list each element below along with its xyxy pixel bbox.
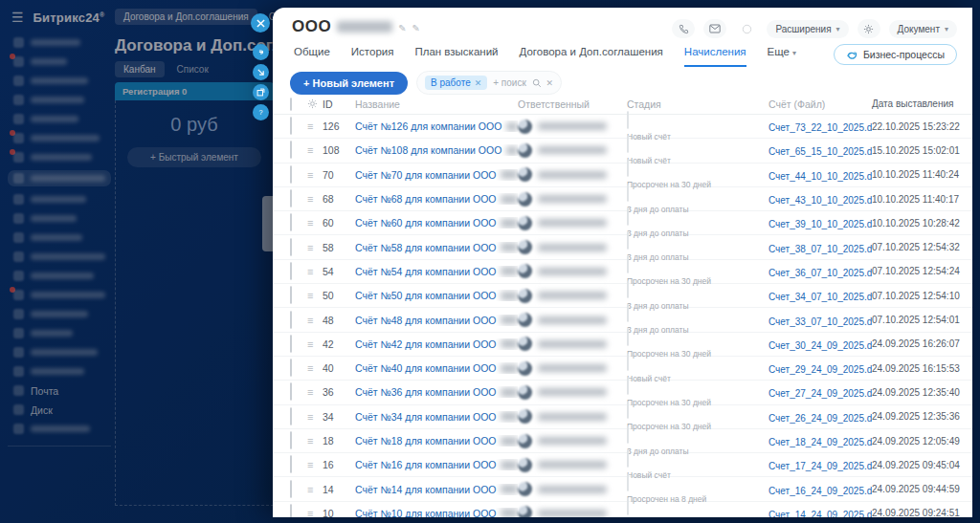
- file-link[interactable]: Счет_33_07_10_2025.docx: [768, 316, 872, 327]
- row-actions-icon[interactable]: ≡: [307, 411, 313, 423]
- row-actions-icon[interactable]: ≡: [307, 338, 313, 350]
- row-actions-icon[interactable]: ≡: [307, 484, 313, 495]
- row-actions-icon[interactable]: ≡: [307, 193, 313, 205]
- phone-icon[interactable]: [672, 19, 695, 38]
- row-actions-icon[interactable]: ≡: [307, 120, 313, 132]
- row-actions-icon[interactable]: ≡: [307, 169, 313, 181]
- row-checkbox[interactable]: [290, 238, 292, 256]
- invoice-link[interactable]: Счёт №58 для компании ООО: [355, 242, 496, 253]
- document-dropdown[interactable]: Документ▾: [889, 20, 957, 38]
- file-link[interactable]: Счет_18_24_09_2025.docx: [768, 437, 872, 447]
- help-icon[interactable]: ?: [253, 104, 269, 120]
- filter-chip-in-progress[interactable]: В работе✕: [425, 76, 487, 90]
- invoice-link[interactable]: Счёт №42 для компании ООО: [355, 338, 496, 350]
- business-processes-button[interactable]: Бизнес-процессы: [834, 44, 957, 65]
- row-checkbox[interactable]: [290, 382, 292, 401]
- invoice-link[interactable]: Счёт №40 для компании ООО: [355, 362, 496, 374]
- invoice-link[interactable]: Счёт №50 для компании ООО: [355, 290, 496, 301]
- chip-remove-icon[interactable]: ✕: [475, 78, 482, 88]
- stage-progress-bar[interactable]: [627, 184, 629, 202]
- stage-progress-bar[interactable]: [627, 280, 629, 298]
- col-header-name[interactable]: Название: [355, 98, 518, 110]
- row-checkbox[interactable]: [290, 407, 292, 425]
- row-checkbox[interactable]: [290, 141, 292, 159]
- file-link[interactable]: Счет_38_07_10_2025.docx: [768, 244, 872, 254]
- open-new-window-icon[interactable]: [253, 84, 269, 100]
- row-checkbox[interactable]: [290, 480, 292, 498]
- minimize-arrow-icon[interactable]: [253, 64, 269, 80]
- stage-progress-bar[interactable]: [627, 231, 629, 250]
- tab-general[interactable]: Общие: [294, 46, 330, 67]
- file-link[interactable]: Счет_39_10_10_2025.docx: [768, 219, 872, 229]
- invoice-link[interactable]: Счёт №68 для компании ООО: [355, 193, 496, 205]
- row-actions-icon[interactable]: ≡: [307, 217, 313, 229]
- tab-contracts[interactable]: Договора и Доп.соглашения: [520, 46, 663, 67]
- stage-progress-bar[interactable]: [627, 135, 629, 153]
- row-checkbox[interactable]: [290, 262, 292, 280]
- close-icon[interactable]: [251, 13, 270, 33]
- mail-icon[interactable]: [703, 19, 726, 38]
- edit-pencil-icon-2[interactable]: ✎: [412, 23, 420, 33]
- invoice-link[interactable]: Счёт №54 для компании ООО: [355, 266, 496, 277]
- row-actions-icon[interactable]: ≡: [307, 435, 313, 447]
- row-checkbox[interactable]: [290, 504, 292, 517]
- invoice-link[interactable]: Счёт №10 для компании ООО: [355, 508, 496, 517]
- stage-progress-bar[interactable]: [627, 328, 629, 346]
- col-header-file[interactable]: Счёт (Файл): [768, 98, 872, 110]
- col-header-stage[interactable]: Стадия: [627, 98, 768, 110]
- col-header-responsible[interactable]: Ответственный: [518, 98, 627, 110]
- row-checkbox[interactable]: [290, 165, 292, 184]
- invoice-link[interactable]: Счёт №60 для компании ООО: [355, 217, 496, 229]
- stage-progress-bar[interactable]: [627, 353, 629, 371]
- row-actions-icon[interactable]: ≡: [307, 242, 313, 253]
- stage-progress-bar[interactable]: [627, 377, 629, 395]
- row-actions-icon[interactable]: ≡: [307, 315, 313, 326]
- new-item-button[interactable]: + Новый элемент: [290, 72, 408, 95]
- tab-recovery-plan[interactable]: План взысканий: [414, 46, 498, 67]
- row-actions-icon[interactable]: ≡: [307, 144, 313, 156]
- file-link[interactable]: Счет_44_10_10_2025.docx: [768, 171, 872, 182]
- row-checkbox[interactable]: [290, 311, 292, 329]
- row-actions-icon[interactable]: ≡: [307, 266, 313, 277]
- filter-search-input[interactable]: В работе✕ + поиск ✕: [416, 71, 562, 95]
- tab-history[interactable]: История: [351, 46, 394, 67]
- row-actions-icon[interactable]: ≡: [307, 362, 313, 374]
- file-link[interactable]: Счет_27_24_09_2025.docx: [768, 388, 872, 399]
- row-actions-icon[interactable]: ≡: [307, 459, 313, 470]
- stage-progress-bar[interactable]: [627, 159, 629, 177]
- file-link[interactable]: Счет_26_24_09_2025.docx: [768, 413, 872, 424]
- invoice-link[interactable]: Счёт №34 для компании ООО: [355, 411, 496, 423]
- tab-more[interactable]: Еще▾: [768, 46, 796, 67]
- row-checkbox[interactable]: [290, 189, 292, 207]
- stage-progress-bar[interactable]: [627, 111, 629, 129]
- search-icon[interactable]: [532, 78, 542, 88]
- file-link[interactable]: Счет_14_24_09_2025.docx: [768, 510, 872, 517]
- col-header-id[interactable]: ID: [323, 98, 355, 110]
- stage-progress-bar[interactable]: [627, 425, 629, 444]
- clear-search-icon[interactable]: ✕: [546, 78, 553, 88]
- copy-link-icon[interactable]: [253, 44, 269, 60]
- file-link[interactable]: Счет_65_15_10_2025.docx: [768, 146, 872, 157]
- stage-progress-bar[interactable]: [627, 449, 629, 468]
- invoice-link[interactable]: Счёт №48 для компании ООО: [355, 315, 496, 326]
- invoice-link[interactable]: Счёт №14 для компании ООО: [355, 484, 496, 495]
- invoice-link[interactable]: Счёт №70 для компании ООО: [355, 169, 496, 181]
- row-checkbox[interactable]: [290, 117, 292, 135]
- stage-progress-bar[interactable]: [627, 497, 629, 515]
- stage-progress-bar[interactable]: [627, 401, 629, 419]
- row-actions-icon[interactable]: ≡: [307, 386, 313, 398]
- file-link[interactable]: Счет_73_22_10_2025.docx: [768, 122, 872, 133]
- row-actions-icon[interactable]: ≡: [307, 508, 313, 517]
- file-link[interactable]: Счет_30_24_09_2025.docx: [768, 340, 872, 351]
- row-checkbox[interactable]: [290, 213, 292, 231]
- select-all-checkbox[interactable]: [290, 98, 292, 111]
- row-checkbox[interactable]: [290, 286, 292, 304]
- invoice-link[interactable]: Счёт №36 для компании ООО: [355, 386, 496, 398]
- row-checkbox[interactable]: [290, 359, 292, 377]
- settings-gear-icon[interactable]: [858, 19, 880, 38]
- extensions-dropdown[interactable]: Расширения▾: [767, 20, 848, 38]
- invoice-link[interactable]: Счёт №18 для компании ООО: [355, 435, 496, 447]
- tab-charges[interactable]: Начисления: [684, 46, 746, 67]
- row-checkbox[interactable]: [290, 455, 292, 473]
- row-actions-icon[interactable]: ≡: [307, 290, 313, 301]
